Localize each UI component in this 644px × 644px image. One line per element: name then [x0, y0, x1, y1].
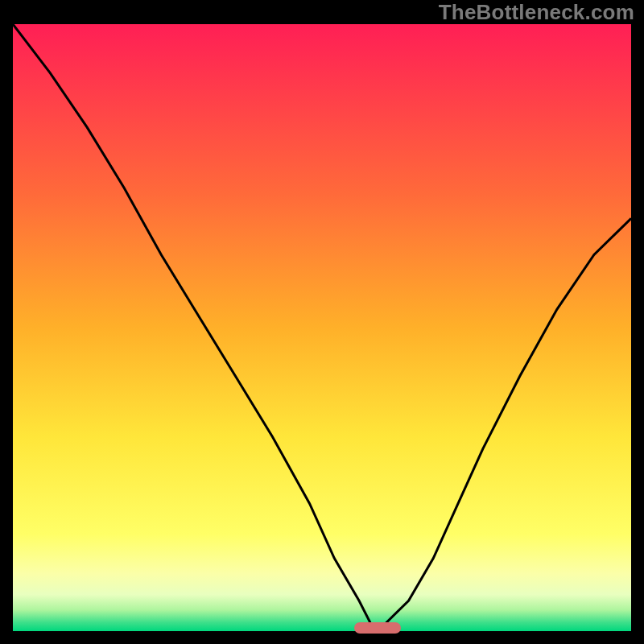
- svg-rect-0: [13, 24, 631, 631]
- plot-area: [13, 24, 631, 631]
- watermark-text: TheBottleneck.com: [439, 0, 634, 25]
- background-gradient: [13, 24, 631, 631]
- chart-frame: TheBottleneck.com: [0, 0, 644, 644]
- optimal-marker: [354, 622, 401, 634]
